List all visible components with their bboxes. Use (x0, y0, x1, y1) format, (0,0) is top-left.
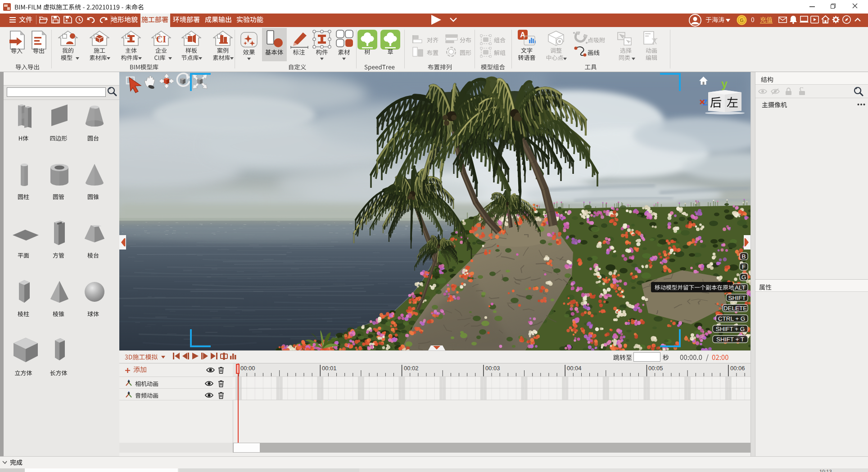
svg-text:SHIFT + T: SHIFT + T (716, 336, 744, 343)
svg-text:B: B (741, 253, 746, 260)
svg-text:CI: CI (156, 34, 166, 44)
svg-text:CTRL + G: CTRL + G (718, 315, 746, 322)
svg-text:G: G (740, 18, 744, 23)
svg-text:00:06: 00:06 (730, 365, 745, 372)
svg-text:DELETE: DELETE (723, 305, 747, 312)
svg-text:00:00: 00:00 (240, 365, 255, 372)
svg-text:SHIFT + G: SHIFT + G (716, 326, 745, 332)
svg-text:00:02: 00:02 (404, 365, 419, 372)
svg-text:A: A (520, 31, 525, 39)
svg-text:00:01: 00:01 (322, 365, 337, 372)
svg-text:y: y (721, 77, 728, 90)
svg-text:00:04: 00:04 (567, 365, 582, 372)
svg-text:00:03: 00:03 (485, 365, 500, 372)
svg-text:ALT: ALT (735, 284, 746, 291)
svg-text:SHIFT: SHIFT (728, 295, 746, 301)
svg-text:00:05: 00:05 (648, 365, 663, 372)
svg-text:G: G (741, 274, 746, 281)
svg-text:F: F (742, 263, 746, 270)
